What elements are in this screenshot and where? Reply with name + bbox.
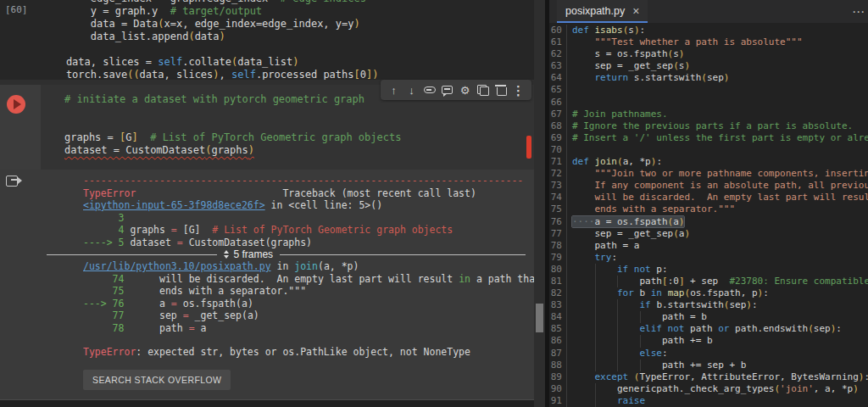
line-number: 67 [549, 109, 567, 120]
scrollbar-thumb[interactable] [536, 304, 543, 332]
cell-output-icon [6, 176, 18, 187]
line-number: 77 [549, 228, 567, 240]
editor-line: 73 If any component is an absolute path,… [549, 180, 868, 192]
line-number: 73 [549, 180, 567, 192]
notebook-scrollbar[interactable] [534, 0, 545, 407]
traceback-line: ----> 5 dataset = CustomDataset(graphs) [83, 237, 534, 249]
app-root: [60] edge_index = graph.edge_index # edg… [0, 0, 868, 407]
editor-line: 85 elif not path or path.endswith(sep): [549, 323, 868, 335]
traceback-link[interactable]: /usr/lib/python3.10/posixpath.py [83, 260, 271, 272]
traceback-line: 4 graphs = [G] # List of PyTorch Geometr… [83, 224, 534, 237]
traceback-line: ----------------------------------------… [83, 175, 534, 187]
line-number: 61 [549, 36, 567, 48]
output-gutter [0, 170, 42, 395]
code-line: y = graph.y # target/output [42, 5, 534, 18]
traceback-line: 3 [83, 212, 534, 225]
traceback-line: <ipython-input-65-3f98d8ece26f> in <cell… [83, 199, 534, 212]
traceback-line: TypeError: expected str, bytes or os.Pat… [83, 346, 534, 359]
editor-code-area[interactable]: 60def isabs(s):61 """Test whether a path… [549, 23, 868, 407]
traceback-top: ----------------------------------------… [83, 175, 534, 248]
traceback-line: /usr/lib/python3.10/posixpath.py in join… [83, 260, 534, 273]
error-message-line: TypeError: expected str, bytes or os.Pat… [83, 346, 534, 359]
next-cell-partial [0, 399, 534, 407]
cell-2-code[interactable]: # initiate a dataset with pytorch geomet… [64, 93, 534, 157]
delete-cell-icon[interactable] [492, 80, 509, 100]
line-number: 69 [549, 132, 567, 144]
line-number: 91 [549, 395, 567, 407]
move-cell-up-icon[interactable]: ↑ [385, 80, 403, 100]
more-actions-icon[interactable]: ⋯ [849, 4, 868, 20]
code-line: torch.save((data, slices), self.processe… [42, 69, 534, 80]
editor-line: 75 ends with a separator.""" [549, 204, 868, 215]
editor-line: 69# Insert a '/' unless the first part i… [549, 132, 868, 144]
divider-line [47, 254, 217, 255]
more-cell-actions-icon[interactable]: ⋮ [509, 80, 527, 100]
cell-toolbar: ↑↓⚙⋮ [381, 80, 531, 100]
line-number: 87 [549, 348, 567, 360]
traceback-line: ---> 76 a = os.fspath(a) [83, 298, 534, 310]
editor-line: 65 [549, 84, 868, 96]
code-cell-1[interactable]: [60] edge_index = graph.edge_index # edg… [0, 0, 534, 80]
cell-output-area: ----------------------------------------… [0, 170, 534, 395]
line-number: 89 [549, 371, 567, 383]
add-comment-icon[interactable] [438, 80, 456, 100]
line-number: 90 [549, 383, 567, 395]
cell-1-code[interactable]: edge_index = graph.edge_index # edge ind… [42, 0, 534, 80]
code-line: data = Data(x=x, edge_index=edge_index, … [42, 18, 534, 31]
editor-line: 76····a = os.fspath(a) [549, 216, 868, 228]
divider-line [280, 254, 526, 255]
editor-line: 66 [549, 97, 868, 109]
traceback-line: 75 ends with a separator.""" [83, 285, 534, 298]
editor-line: 88 path += sep + b [549, 360, 868, 371]
move-cell-down-icon[interactable]: ↓ [403, 80, 420, 100]
output-body: ----------------------------------------… [42, 170, 534, 395]
line-number: 72 [549, 168, 567, 180]
editor-line: 61 """Test whether a path is absolute""" [549, 36, 868, 48]
editor-line: 72 """Join two or more pathname componen… [549, 168, 868, 180]
code-line: graphs = [G] # List of PyTorch Geometric… [64, 131, 534, 144]
editor-tab-bar: posixpath.py × ⋯ [549, 0, 868, 23]
line-number: 60 [549, 25, 567, 36]
line-number: 84 [549, 311, 567, 323]
editor-line: 84 path = b [549, 311, 868, 323]
editor-panel: posixpath.py × ⋯ 60def isabs(s):61 """Te… [545, 0, 868, 407]
frames-count-label[interactable]: 5 frames [233, 248, 273, 260]
line-number: 74 [549, 192, 567, 204]
editor-line: 78 path = a [549, 240, 868, 252]
editor-line: 64 return s.startswith(sep) [549, 72, 868, 84]
search-stack-overflow-button[interactable]: SEARCH STACK OVERFLOW [83, 370, 231, 390]
line-number: 71 [549, 156, 567, 168]
code-line: dataset = CustomDataset(graphs) [64, 144, 534, 157]
line-number: 66 [549, 97, 567, 109]
editor-line: 70 [549, 144, 868, 156]
line-number: 65 [549, 84, 567, 96]
code-cell-2[interactable]: # initiate a dataset with pytorch geomet… [0, 85, 534, 170]
copy-link-to-cell-icon[interactable] [420, 80, 438, 100]
line-number: 76 [549, 216, 567, 228]
line-number: 83 [549, 299, 567, 311]
close-tab-icon[interactable]: × [632, 4, 639, 18]
line-number: 75 [549, 204, 567, 215]
editor-line: 67# Join pathnames. [549, 109, 868, 120]
editor-line: 62 s = os.fspath(s) [549, 48, 868, 60]
line-number: 63 [549, 60, 567, 72]
traceback-bottom: /usr/lib/python3.10/posixpath.py in join… [83, 260, 534, 334]
line-number: 85 [549, 323, 567, 335]
traceback-link[interactable]: <ipython-input-65-3f98d8ece26f> [83, 199, 265, 211]
execution-count: [60] [5, 4, 28, 15]
mirror-cell-in-tab-icon[interactable] [474, 80, 492, 100]
editor-line: 68# Ignore the previous parts if a part … [549, 120, 868, 132]
line-number: 68 [549, 120, 567, 132]
code-line [64, 106, 534, 119]
expand-frames-icon[interactable] [224, 250, 229, 259]
line-number: 80 [549, 264, 567, 276]
traceback-line: 74 will be discarded. An empty last part… [83, 273, 534, 286]
tab-posixpath[interactable]: posixpath.py × [557, 0, 648, 23]
notebook-panel: [60] edge_index = graph.edge_index # edg… [0, 0, 534, 407]
open-editor-settings-icon[interactable]: ⚙ [456, 80, 474, 100]
traceback-line: 77 sep = _get_sep(a) [83, 309, 534, 322]
editor-line: 82 for b in map(os.fspath, p): [549, 287, 868, 299]
run-cell-button[interactable] [7, 95, 25, 114]
highlighted-line: ····a = os.fspath(a) [572, 216, 684, 227]
tab-label: posixpath.py [565, 5, 625, 17]
